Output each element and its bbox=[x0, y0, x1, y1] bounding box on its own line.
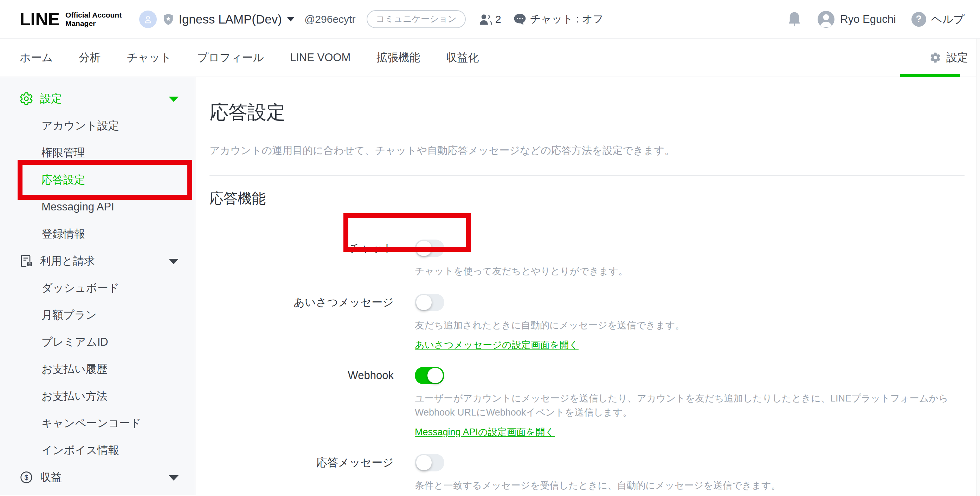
scrollbar-track[interactable] bbox=[976, 39, 980, 496]
form-row-chat: チャット チャットを使って友だちとやりとりができます。 bbox=[210, 239, 964, 278]
verified-badge-icon bbox=[163, 13, 173, 25]
form-row-response-message: 応答メッセージ 条件と一致するメッセージを受信したときに、自動的にメッセージを送… bbox=[210, 454, 964, 496]
sidebar-group-settings-label: 設定 bbox=[40, 91, 62, 106]
greeting-settings-link[interactable]: あいさつメッセージの設定画面を開く bbox=[415, 340, 579, 350]
greeting-toggle-label: あいさつメッセージ bbox=[210, 294, 394, 351]
tab-monetization[interactable]: 収益化 bbox=[446, 50, 479, 65]
tab-home[interactable]: ホーム bbox=[20, 50, 53, 65]
sidebar-item-campaign-code[interactable]: キャンペーンコード bbox=[0, 410, 195, 437]
sidebar-group-billing-label: 利用と請求 bbox=[40, 254, 95, 268]
toggle-knob bbox=[416, 295, 432, 310]
greeting-message-toggle[interactable] bbox=[415, 294, 444, 311]
sidebar-item-permissions[interactable]: 権限管理 bbox=[0, 139, 195, 166]
account-type-badge: コミュニケーション bbox=[367, 10, 466, 28]
sidebar-group-settings[interactable]: 設定 bbox=[0, 85, 195, 112]
response-settings-form: チャット チャットを使って友だちとやりとりができます。 あいさつメッセージ 友だ… bbox=[210, 239, 964, 496]
friends-icon bbox=[479, 13, 492, 25]
tab-settings-label: 設定 bbox=[946, 50, 968, 65]
billing-document-icon bbox=[19, 254, 34, 268]
sidebar-item-invoice-info[interactable]: インボイス情報 bbox=[0, 437, 195, 464]
webhook-toggle[interactable] bbox=[415, 367, 444, 384]
form-row-webhook: Webhook ユーザーがアカウントにメッセージを送信したり、アカウントを友だち… bbox=[210, 367, 964, 438]
settings-sidebar: 設定 アカウント設定 権限管理 応答設定 Messaging API 登録情報 … bbox=[0, 77, 196, 495]
line-logo-text: LINE bbox=[20, 9, 60, 30]
revenue-coin-icon: $ bbox=[19, 470, 34, 485]
messaging-api-settings-link[interactable]: Messaging APIの設定画面を開く bbox=[415, 427, 555, 437]
response-message-toggle-label: 応答メッセージ bbox=[210, 454, 394, 496]
section-title-response-features: 応答機能 bbox=[210, 189, 964, 208]
sidebar-item-monthly-plan[interactable]: 月額プラン bbox=[0, 301, 195, 328]
chevron-down-icon bbox=[169, 97, 178, 102]
account-name: Igness LAMP(Dev) bbox=[178, 12, 282, 26]
chevron-down-icon bbox=[169, 475, 178, 480]
section-divider bbox=[210, 175, 964, 176]
sidebar-group-revenue[interactable]: $ 収益 bbox=[0, 464, 195, 491]
help-icon[interactable]: ? bbox=[912, 12, 926, 27]
sidebar-group-revenue-label: 収益 bbox=[40, 470, 62, 485]
tab-analytics[interactable]: 分析 bbox=[79, 50, 100, 65]
help-label[interactable]: ヘルプ bbox=[931, 12, 964, 27]
notifications-bell-icon[interactable] bbox=[787, 11, 802, 28]
chevron-down-icon bbox=[169, 259, 178, 264]
sidebar-item-account-settings[interactable]: アカウント設定 bbox=[0, 112, 195, 139]
header-right: Ryo Eguchi ? ヘルプ bbox=[787, 11, 964, 28]
page-title: 応答設定 bbox=[210, 100, 964, 125]
person-icon bbox=[143, 14, 153, 25]
chat-status: チャット : オフ bbox=[513, 12, 603, 26]
tab-settings[interactable]: 設定 bbox=[929, 39, 968, 76]
account-selector[interactable]: Igness LAMP(Dev) bbox=[139, 11, 294, 28]
friends-count-value: 2 bbox=[495, 13, 501, 25]
form-row-greeting-message: あいさつメッセージ 友だち追加されたときに自動的にメッセージを送信できます。 あ… bbox=[210, 294, 964, 351]
tab-chat[interactable]: チャット bbox=[127, 50, 171, 65]
webhook-toggle-description: ユーザーがアカウントにメッセージを送信したり、アカウントを友だち追加したりしたと… bbox=[415, 391, 964, 420]
sidebar-item-dashboard[interactable]: ダッシュボード bbox=[0, 274, 195, 301]
user-name[interactable]: Ryo Eguchi bbox=[840, 13, 896, 25]
user-avatar[interactable] bbox=[818, 11, 834, 28]
chat-toggle[interactable] bbox=[415, 239, 444, 257]
toggle-knob bbox=[416, 241, 432, 256]
toggle-knob bbox=[428, 368, 443, 383]
active-tab-indicator bbox=[900, 74, 960, 77]
person-icon bbox=[818, 11, 834, 28]
account-id: @296ecytr bbox=[304, 13, 356, 25]
toggle-knob bbox=[416, 455, 432, 471]
sidebar-group-billing[interactable]: 利用と請求 bbox=[0, 247, 195, 274]
line-logo-subtext: Official Account Manager bbox=[65, 11, 122, 28]
sidebar-item-registration-info[interactable]: 登録情報 bbox=[0, 220, 195, 247]
tab-profile[interactable]: プロフィール bbox=[197, 50, 264, 65]
tab-line-voom[interactable]: LINE VOOM bbox=[290, 51, 350, 64]
account-avatar bbox=[139, 11, 157, 28]
sidebar-item-messaging-api[interactable]: Messaging API bbox=[0, 193, 195, 220]
sidebar-item-premium-id[interactable]: プレミアムID bbox=[0, 328, 195, 355]
friends-count: 2 bbox=[479, 13, 501, 25]
webhook-toggle-label: Webhook bbox=[210, 367, 394, 438]
sidebar-item-response-settings[interactable]: 応答設定 bbox=[0, 166, 195, 193]
svg-text:$: $ bbox=[24, 474, 28, 481]
chat-toggle-description: チャットを使って友だちとやりとりができます。 bbox=[415, 264, 964, 278]
gear-icon bbox=[19, 91, 34, 106]
line-logo: LINE Official Account Manager bbox=[20, 9, 122, 30]
chevron-down-icon bbox=[287, 17, 294, 21]
sidebar-item-payment-method[interactable]: お支払い方法 bbox=[0, 382, 195, 410]
response-message-toggle-description: 条件と一致するメッセージを受信したときに、自動的にメッセージを送信できます。 bbox=[415, 479, 964, 493]
chat-bubble-icon bbox=[513, 13, 527, 25]
chat-status-label: チャット : オフ bbox=[530, 12, 603, 26]
greeting-toggle-description: 友だち追加されたときに自動的にメッセージを送信できます。 bbox=[415, 318, 964, 332]
gear-icon bbox=[929, 52, 941, 63]
primary-nav: ホーム 分析 チャット プロフィール LINE VOOM 拡張機能 収益化 設定 bbox=[0, 39, 980, 77]
response-message-toggle[interactable] bbox=[415, 454, 444, 471]
chat-toggle-label: チャット bbox=[210, 239, 394, 278]
app-header: LINE Official Account Manager Igness LAM… bbox=[0, 0, 980, 39]
tab-extensions[interactable]: 拡張機能 bbox=[377, 50, 420, 65]
main-content: 応答設定 アカウントの運用目的に合わせて、チャットや自動応答メッセージなどの応答… bbox=[196, 77, 980, 495]
sidebar-item-payment-history[interactable]: お支払い履歴 bbox=[0, 355, 195, 382]
page-subtitle: アカウントの運用目的に合わせて、チャットや自動応答メッセージなどの応答方法を設定… bbox=[210, 144, 964, 158]
page-body: 設定 アカウント設定 権限管理 応答設定 Messaging API 登録情報 … bbox=[0, 77, 980, 495]
